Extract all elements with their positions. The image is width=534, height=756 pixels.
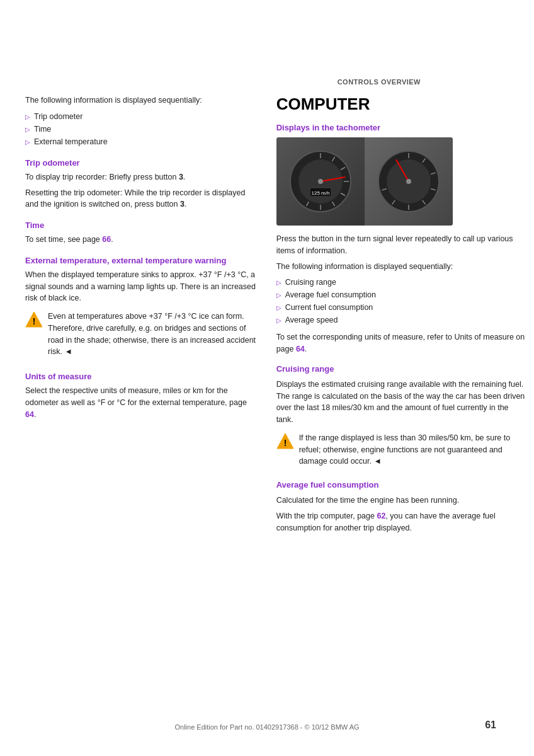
cruising-range-text: Displays the estimated cruising range av… <box>276 379 528 426</box>
time-heading: Time <box>25 220 258 230</box>
left-bullet-list: ▷ Trip odometer ▷ Time ▷ External temper… <box>25 110 258 148</box>
svg-text:!: ! <box>283 438 287 448</box>
bullet-arrow-icon: ▷ <box>25 112 30 122</box>
bullet-arrow-icon: ▷ <box>25 125 30 135</box>
page-number: 61 <box>485 719 496 731</box>
list-item: ▷ External temperature <box>25 135 258 148</box>
trip-odometer-display-text: To display trip recorder: Briefly press … <box>25 171 258 183</box>
controls-text: CONTROLS <box>460 77 508 87</box>
tacho-left-panel: 125 m/h <box>276 137 365 226</box>
right-column: COMPUTER Displays in the tachometer <box>276 94 528 537</box>
trip-odometer-heading: Trip odometer <box>25 158 258 168</box>
ext-temp-text: When the displayed temperature sinks to … <box>25 269 258 304</box>
temperature-warning-box: ! Even at temperatures above +37 °F /+3 … <box>25 311 258 362</box>
list-item: ▷ Current fuel consumption <box>276 301 528 314</box>
avg-fuel-page-link[interactable]: 62 <box>377 512 385 520</box>
controls-overview-text: CONTROLS OVERVIEW <box>338 78 421 86</box>
tacho-right-panel <box>365 137 453 226</box>
bullet-arrow-icon: ▷ <box>276 290 281 301</box>
ext-temp-heading: External temperature, external temperatu… <box>25 256 258 265</box>
page-title: COMPUTER <box>276 94 528 114</box>
main-content: The following information is displayed s… <box>0 94 534 537</box>
following-info-text: The following information is displayed s… <box>276 261 528 273</box>
cruising-warning-box: ! If the range displayed is less than 30… <box>276 432 528 471</box>
units-page-link[interactable]: 64 <box>25 410 34 419</box>
warning-triangle-icon-2: ! <box>276 432 294 471</box>
bullet-arrow-icon: ▷ <box>276 278 281 288</box>
time-text: To set time, see page 66. <box>25 234 258 246</box>
list-item: ▷ Time <box>25 123 258 135</box>
list-item: ▷ Average fuel consumption <box>276 289 528 301</box>
svg-point-13 <box>318 179 323 184</box>
svg-text:125 m/h: 125 m/h <box>311 190 329 196</box>
units-ref-link[interactable]: 64 <box>296 345 305 353</box>
cruising-range-heading: Cruising range <box>276 364 528 374</box>
avg-fuel-text1: Calculated for the time the engine has b… <box>276 495 528 507</box>
cruising-warning-text: If the range displayed is less than 30 m… <box>299 432 528 467</box>
trip-odometer-reset-text: Resetting the trip odometer: While the t… <box>25 187 258 211</box>
warning-text: Even at temperatures above +37 °F /+3 °C… <box>48 311 258 358</box>
units-heading: Units of measure <box>25 372 258 381</box>
bullet-arrow-icon: ▷ <box>276 316 281 326</box>
left-column: The following information is displayed s… <box>25 94 258 537</box>
bullet-arrow-icon: ▷ <box>25 137 30 147</box>
warning-triangle-icon: ! <box>25 311 43 362</box>
units-ref-text: To set the corresponding units of measur… <box>276 331 528 355</box>
displays-heading: Displays in the tachometer <box>276 123 528 132</box>
right-bullet-list: ▷ Cruising range ▷ Average fuel consumpt… <box>276 276 528 326</box>
edition-text: Online Edition for Part no. 01402917368 … <box>174 723 359 731</box>
avg-fuel-heading: Average fuel consumption <box>276 480 528 490</box>
time-page-link[interactable]: 66 <box>102 235 111 244</box>
list-item: ▷ Average speed <box>276 314 528 326</box>
bullet-arrow-icon: ▷ <box>276 303 281 313</box>
list-item: ▷ Cruising range <box>276 276 528 289</box>
avg-fuel-text2: With the trip computer, page 62, you can… <box>276 510 528 534</box>
units-text: Select the respective units of measure, … <box>25 385 258 420</box>
intro-text: The following information is displayed s… <box>25 94 258 106</box>
svg-text:!: ! <box>33 316 36 326</box>
press-button-text: Press the button in the turn signal leve… <box>276 233 528 257</box>
tachometer-image: 125 m/h <box>276 137 453 226</box>
page-footer: Online Edition for Part no. 01402917368 … <box>0 723 534 731</box>
header-nav: CONTROLS OVERVIEW CONTROLS <box>0 0 534 82</box>
svg-point-27 <box>406 179 411 184</box>
list-item: ▷ Trip odometer <box>25 110 258 123</box>
